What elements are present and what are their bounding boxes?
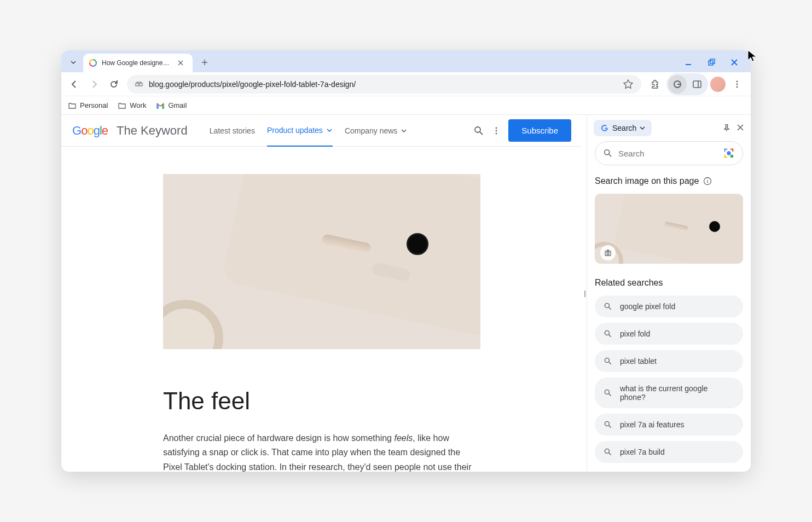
- svg-point-10: [736, 80, 738, 82]
- bookmark-label: Personal: [80, 101, 108, 109]
- info-icon[interactable]: [703, 177, 712, 185]
- svg-rect-9: [693, 81, 701, 88]
- svg-point-33: [605, 421, 609, 426]
- svg-point-29: [605, 303, 609, 308]
- related-search-item[interactable]: pixel 7a build: [595, 441, 743, 463]
- svg-rect-21: [732, 149, 733, 152]
- side-panel: Search Search image on this page: [587, 115, 751, 472]
- side-panel-search-input[interactable]: [595, 141, 743, 165]
- bookmark-gmail[interactable]: Gmail: [156, 101, 187, 110]
- svg-rect-5: [710, 59, 715, 63]
- close-window-button[interactable]: [728, 56, 741, 69]
- google-side-panel-button[interactable]: [668, 75, 687, 94]
- chevron-down-icon: [640, 125, 645, 131]
- nav-product-updates[interactable]: Product updates: [267, 115, 333, 147]
- search-icon: [604, 302, 612, 311]
- svg-point-17: [605, 150, 610, 155]
- splitter-handle-icon: ||: [584, 289, 585, 297]
- google-logo[interactable]: Google: [72, 124, 108, 138]
- window-controls: [682, 56, 741, 69]
- lens-badge-icon: [600, 245, 616, 260]
- bookmarks-bar: Personal Work Gmail: [61, 96, 751, 115]
- svg-rect-7: [140, 83, 142, 86]
- site-header: Google The Keyword Latest stories Produc…: [61, 115, 582, 147]
- related-search-item[interactable]: pixel tablet: [595, 350, 743, 372]
- google-g-icon: [600, 124, 609, 132]
- side-panel-splitter[interactable]: ||: [582, 115, 587, 472]
- minimize-button[interactable]: [682, 56, 695, 69]
- side-panel-header: Search: [587, 115, 751, 141]
- related-search-item[interactable]: what is the current google phone?: [595, 378, 743, 408]
- related-search-item[interactable]: pixel fold: [595, 323, 743, 345]
- svg-rect-23: [724, 155, 726, 158]
- svg-point-14: [496, 127, 497, 129]
- svg-rect-6: [136, 83, 138, 86]
- google-lens-icon[interactable]: [723, 147, 735, 159]
- svg-point-12: [736, 86, 738, 88]
- svg-point-30: [605, 330, 609, 335]
- related-search-item[interactable]: pixel 7a ai features: [595, 414, 743, 436]
- side-panel-toggle-group: [666, 73, 708, 95]
- side-panel-search-field[interactable]: [618, 149, 723, 158]
- folder-icon: [68, 101, 77, 110]
- back-button[interactable]: [66, 76, 83, 93]
- side-panel-mode-dropdown[interactable]: Search: [594, 120, 652, 136]
- article-heading: The feel: [163, 387, 480, 415]
- svg-point-11: [736, 83, 738, 85]
- reload-button[interactable]: [105, 76, 123, 93]
- site-title[interactable]: The Keyword: [117, 124, 188, 138]
- gmail-icon: [156, 101, 165, 110]
- svg-point-25: [727, 151, 730, 155]
- svg-point-15: [496, 130, 497, 131]
- main-page: Google The Keyword Latest stories Produc…: [61, 115, 582, 472]
- site-search-icon[interactable]: [473, 125, 484, 136]
- search-icon: [604, 357, 612, 366]
- bookmark-work[interactable]: Work: [118, 101, 146, 110]
- article-paragraph: Another crucial piece of hardware design…: [163, 431, 480, 472]
- nav-latest-stories[interactable]: Latest stories: [210, 115, 255, 146]
- article-body[interactable]: The feel Another crucial piece of hardwa…: [61, 147, 582, 472]
- search-icon: [603, 148, 613, 158]
- maximize-button[interactable]: [705, 56, 718, 69]
- pin-icon[interactable]: [722, 124, 731, 132]
- url-text: blog.google/products/pixel/google-pixel-…: [149, 80, 622, 89]
- content-area: Google The Keyword Latest stories Produc…: [61, 115, 751, 472]
- bookmark-star-icon[interactable]: [622, 79, 635, 89]
- site-nav: Latest stories Product updates Company n…: [210, 115, 408, 147]
- svg-point-16: [496, 132, 497, 134]
- subscribe-button[interactable]: Subscribe: [508, 119, 571, 142]
- svg-point-13: [475, 127, 480, 132]
- site-menu-icon[interactable]: [492, 126, 501, 135]
- close-tab-button[interactable]: [176, 59, 185, 67]
- svg-point-32: [605, 390, 609, 394]
- extensions-icon[interactable]: [646, 75, 664, 94]
- svg-point-24: [730, 155, 734, 158]
- folder-icon: [118, 101, 126, 110]
- bookmark-personal[interactable]: Personal: [68, 101, 108, 110]
- browser-toolbar: blog.google/products/pixel/google-pixel-…: [61, 72, 751, 96]
- google-favicon-icon: [89, 59, 97, 67]
- forward-button[interactable]: [85, 76, 103, 93]
- site-info-icon[interactable]: [134, 80, 144, 89]
- svg-point-28: [607, 252, 609, 254]
- svg-point-31: [605, 358, 609, 362]
- search-icon: [604, 388, 612, 397]
- article-hero-image: [163, 174, 480, 349]
- chevron-down-icon: [326, 127, 333, 134]
- tab-search-dropdown[interactable]: [66, 55, 81, 70]
- side-panel-body[interactable]: Search image on this page Related search…: [587, 141, 751, 472]
- svg-rect-27: [605, 251, 611, 256]
- related-search-item[interactable]: google pixel fold: [595, 295, 743, 317]
- profile-avatar[interactable]: [710, 77, 726, 92]
- new-tab-button[interactable]: [197, 55, 212, 70]
- side-panel-section-title: Search image on this page: [595, 176, 743, 186]
- chrome-menu-icon[interactable]: [728, 75, 746, 94]
- side-panel-image-thumbnail[interactable]: [595, 194, 743, 264]
- search-icon: [604, 448, 612, 456]
- titlebar: How Google designed the P: [61, 50, 751, 72]
- nav-company-news[interactable]: Company news: [345, 115, 408, 146]
- browser-tab[interactable]: How Google designed the P: [83, 54, 193, 72]
- close-panel-icon[interactable]: [736, 124, 744, 132]
- address-bar[interactable]: blog.google/products/pixel/google-pixel-…: [127, 75, 641, 94]
- panel-layout-button[interactable]: [688, 75, 706, 94]
